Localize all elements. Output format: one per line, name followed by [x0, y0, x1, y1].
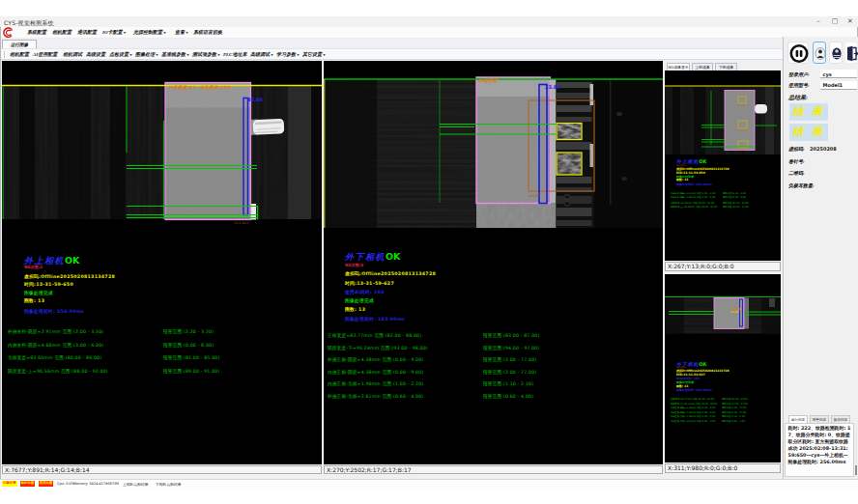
mini-measurement: 报警范围:(2.20 - 3.20): [723, 192, 746, 195]
tool-test-params[interactable]: 测试项参数: [192, 51, 220, 57]
log-tab-run[interactable]: 运行日志: [788, 415, 808, 423]
model-value[interactable]: Model1: [823, 82, 844, 88]
lower-camera-result: OK: [386, 251, 400, 262]
tool-spot-check[interactable]: 点检设置: [109, 51, 132, 57]
mini-measurement: 报警范围:(1.10 - 2.10): [722, 415, 745, 418]
mini-measurement: 内侧正极-隔膜=4.38mm 范围:(0.00 - 9.00): [671, 411, 716, 414]
upper-done: 图像处理完成: [24, 290, 53, 295]
menu-light-config[interactable]: 光源控制配置: [133, 29, 166, 35]
measurement-alarm: 报警范围:(2.00 - 77.00): [483, 357, 536, 362]
maximize-button[interactable]: □: [829, 17, 841, 26]
pause-button[interactable]: [787, 42, 809, 64]
lower-camera-view[interactable]: AI检测框 23.80 AI:0.98 外下相机OK NG次数:0 虚拟码:Of…: [324, 61, 663, 464]
qr-code-label: 二维码:: [788, 170, 805, 176]
lower-ng-count: NG次数:0: [345, 263, 363, 267]
lower-camera-name: 外下相机: [345, 252, 386, 262]
login-user-label: 登录用户:: [788, 71, 810, 77]
upper-check-result: 上相机点检结果: [123, 482, 149, 487]
tool-camera-config[interactable]: 相机配置: [10, 51, 29, 57]
log-tab-operation[interactable]: 操作日志: [831, 415, 850, 423]
app-logo-icon: [1, 27, 14, 39]
menu-system-config[interactable]: 系统配置: [27, 29, 46, 35]
tool-advanced-settings[interactable]: 高级设置: [86, 51, 105, 57]
measurement-row: 外侧余料-隔膜=2.91mm 范围:(2.00 - 3.50): [8, 329, 103, 334]
tool-learning-params[interactable]: 学习参数: [276, 51, 300, 57]
lower-ai-box-label: AI检测框: [478, 78, 498, 83]
menu-comm-config[interactable]: 通讯配置: [77, 29, 97, 35]
tool-advanced-debug[interactable]: 高级调试: [250, 51, 273, 57]
measurement-alarm: 报警范围:(0.00 - 8.00): [163, 343, 214, 348]
mini-measurement: 报警范围:(2.00 - 77.00): [722, 406, 747, 409]
mini-upper-view[interactable]: 外上相机OK NG次数:1 虚拟码:Offline202502081313472…: [665, 70, 781, 261]
measurement-alarm: 报警范围:(2.20 - 3.20): [163, 329, 214, 334]
comm-link-badge: 通讯连接: [39, 481, 54, 487]
mini-lower-blue-value: 23.80: [730, 311, 756, 314]
tool-image-process[interactable]: 图像处理: [135, 51, 158, 57]
lower-barcode: 虚拟码:Offline2025020813134728: [345, 270, 436, 276]
mini-upper-coords-bar: X:267;Y:13;R:0;G:0;B:0: [665, 262, 781, 271]
camera-link-badge: 相机连接: [20, 481, 36, 487]
measurement-row: 外侧正极-负极=2.61mm 范围:(0.60 - 4.00): [328, 394, 423, 399]
result-box-lower: 结 果: [789, 124, 828, 141]
mini-tab-lower[interactable]: 下部成像: [715, 63, 737, 70]
lower-proc-time: 图像处理耗时: 183.00ms: [345, 316, 405, 322]
total-result-label: 总结果:: [788, 94, 808, 102]
tool-ai-config[interactable]: AI使用配置: [33, 51, 57, 57]
tool-camera-debug[interactable]: 相机调试: [63, 51, 82, 57]
memory-usage: Memory: 3424.41796875M: [73, 482, 119, 486]
mini-measurement: 正极宽度=83.77mm 范围:(82.00 - 88.00): [671, 398, 715, 401]
lower-done: 图像处理完成: [345, 297, 374, 303]
mini-measurement: 内侧余料-隔膜=4.60mm 范围:(3.00 - 6.00): [671, 196, 716, 199]
measurement-row: 隔膜宽度-下=95.24mm 范围:(93.00 - 98.00): [328, 346, 428, 350]
user-manage-button[interactable]: [829, 42, 843, 64]
menu-io-card-config[interactable]: IO卡配置: [102, 29, 126, 35]
minimize-button[interactable]: –: [813, 17, 824, 26]
upper-proc-time: 图像处理耗时: 256.00ms: [24, 308, 84, 314]
upper-camera-name: 外上相机: [24, 256, 65, 266]
mini-tab-upper[interactable]: 上部成像: [692, 63, 713, 70]
title-bar: [0, 16, 858, 27]
upper-turns: 圈数: 13: [24, 297, 44, 303]
view-tab-strip: [1, 39, 857, 48]
measurement-row: 正极宽度=83.77mm 范围:(82.00 - 88.00): [328, 333, 421, 338]
result-text-lower: 结 果: [789, 124, 828, 141]
upper-camera-view[interactable]: 计算阈值:93, 动态阈值:100 85.88 13.4 40.5 外上相机OK…: [2, 61, 322, 464]
model-label: 使用型号:: [788, 82, 810, 88]
log-tab-alarm[interactable]: 报警日志: [810, 415, 829, 423]
tool-baseline-params[interactable]: 基准线参数: [161, 51, 189, 57]
measurement-alarm: 报警范围:(83.00 - 87.00): [483, 333, 539, 338]
mini-measurement: 外侧正极-隔膜=4.38mm 范围:(0.00 - 9.00): [671, 406, 716, 409]
mini-lower-view[interactable]: AI检测框 23.80 外下相机OK NG次数:0 虚拟码:Offline202…: [665, 274, 781, 462]
mini-tab-ng-display[interactable]: NG成像显示: [667, 63, 690, 71]
menu-camera-config[interactable]: 相机配置: [52, 29, 72, 35]
user-icon: [814, 42, 827, 65]
close-button[interactable]: ✕: [844, 17, 856, 26]
result-box-upper: 结 果: [789, 103, 828, 121]
mini-upper-proc: 图像处理耗时: 256.00ms: [676, 182, 712, 186]
user-dark-icon: [830, 42, 844, 65]
lower-turns: 圈数: 13: [345, 306, 365, 312]
login-user-button[interactable]: [813, 42, 826, 64]
log-box[interactable]: 耗时: 222、纹路检测耗时: 17、纹路分类耗时: 0、纹路提取分区耗时: 直…: [785, 423, 854, 478]
menu-view[interactable]: 查看: [175, 29, 188, 35]
mini-measurement: 报警范围:(0.60 - 4.00): [722, 420, 745, 423]
menu-language-switch[interactable]: 系统语言切换: [193, 29, 222, 35]
measurement-row: 内侧余料-隔膜=4.60mm 范围:(3.00 - 6.00): [8, 343, 103, 348]
upper-note: 13.4 40.5: [234, 221, 248, 225]
virtual-code-label: 虚拟码:: [788, 146, 805, 152]
lower-blue-value: 23.80: [545, 84, 560, 90]
log-scrollbar-thumb[interactable]: [855, 465, 857, 475]
tool-other-settings[interactable]: 其它设置: [302, 51, 326, 57]
upper-blue-value: 85.88: [247, 97, 263, 102]
mini-measurement: 外侧余料-隔膜=2.91mm 范围:(2.00 - 3.50): [671, 192, 716, 195]
login-user-value[interactable]: cys: [823, 71, 832, 77]
mini-measurement: 外侧正极-负极=2.61mm 范围:(0.60 - 4.00): [671, 420, 716, 423]
mini-measurement: 报警范围:(2.00 - 77.00): [722, 411, 747, 414]
mini-measurement: 报警范围:(94.00 - 97.00): [722, 403, 748, 406]
tool-plc-address[interactable]: PLC地址库: [223, 51, 246, 57]
toolbar-grip[interactable]: [4, 51, 6, 58]
exit-button[interactable]: [844, 42, 858, 64]
mini-measurement: 隔膜宽度-上=90.56mm 范围:(88.00 - 92.00): [671, 206, 718, 209]
lower-ai-time: 使用AI耗时: 166: [345, 289, 385, 294]
needle-no-label: 卷针号:: [788, 158, 805, 164]
